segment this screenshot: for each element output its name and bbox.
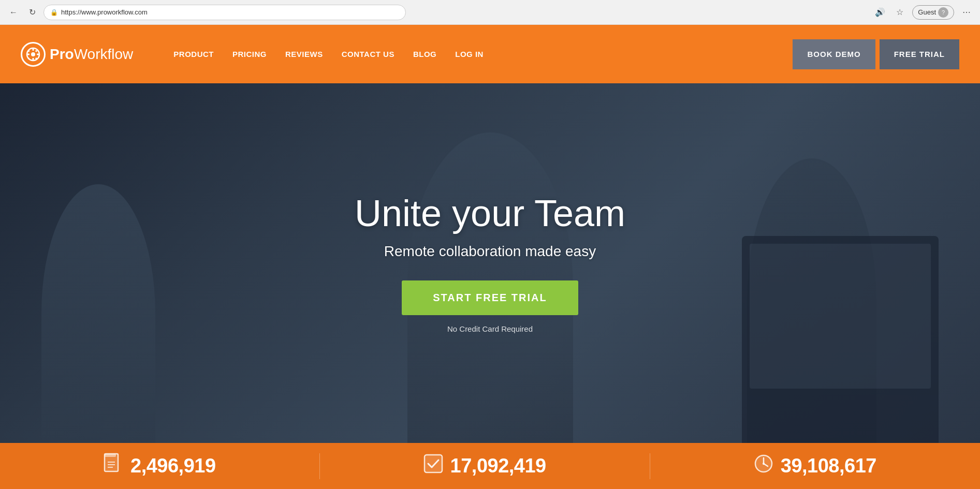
guest-button[interactable]: Guest ?	[912, 5, 954, 20]
logo-icon	[21, 42, 46, 67]
stat-value-2: 17,092,419	[450, 455, 546, 477]
nav-product[interactable]: PRODUCT	[164, 50, 223, 58]
nav-blog[interactable]: BLOG	[404, 50, 446, 58]
svg-rect-2	[33, 48, 34, 51]
person-silhouette-left	[41, 184, 155, 443]
logo-text: ProWorkflow	[50, 46, 133, 63]
no-credit-card-text: No Credit Card Required	[355, 324, 625, 333]
svg-rect-3	[33, 58, 34, 61]
stat-divider-2	[650, 453, 650, 479]
nav-buttons: BOOK DEMO FREE TRIAL	[793, 39, 959, 69]
nav-links: PRODUCT PRICING REVIEWS CONTACT US BLOG …	[164, 50, 782, 58]
free-trial-button[interactable]: FREE TRIAL	[880, 39, 959, 69]
hero-title: Unite your Team	[355, 193, 625, 234]
nav-contact[interactable]: CONTACT US	[332, 50, 404, 58]
stats-bar: 2,496,919 17,092,419 39,108,617	[0, 443, 980, 489]
document-icon	[104, 453, 123, 479]
back-button[interactable]: ←	[6, 5, 21, 20]
svg-point-19	[763, 463, 765, 465]
browser-right-icons: 🔊 ☆ Guest ? ⋯	[873, 5, 974, 20]
url-bar[interactable]: 🔒 https://www.proworkflow.com	[43, 5, 406, 20]
nav-login[interactable]: LOG IN	[446, 50, 493, 58]
url-text: https://www.proworkflow.com	[61, 8, 148, 16]
svg-rect-5	[37, 53, 39, 55]
stat-value-3: 39,108,617	[781, 455, 876, 477]
logo-link[interactable]: ProWorkflow	[21, 42, 133, 67]
browser-chrome: ← ↻ 🔒 https://www.proworkflow.com 🔊 ☆ Gu…	[0, 0, 980, 25]
hero-section: Unite your Team Remote collaboration mad…	[0, 83, 980, 443]
stat-item-3: 39,108,617	[754, 454, 876, 478]
bookmark-icon-btn[interactable]: ☆	[893, 5, 907, 20]
stat-divider-1	[319, 453, 320, 479]
svg-rect-4	[27, 53, 30, 55]
start-free-trial-button[interactable]: START FREE TRIAL	[402, 280, 578, 315]
stat-item-1: 2,496,919	[104, 453, 216, 479]
stat-item-2: 17,092,419	[423, 454, 546, 478]
svg-rect-15	[425, 455, 442, 472]
refresh-button[interactable]: ↻	[25, 5, 39, 20]
clock-icon	[754, 454, 773, 478]
speaker-icon-btn[interactable]: 🔊	[873, 5, 887, 20]
nav-pricing[interactable]: PRICING	[223, 50, 276, 58]
nav-reviews[interactable]: REVIEWS	[276, 50, 332, 58]
checkbox-icon	[423, 454, 443, 478]
monitor-decoration	[742, 236, 939, 443]
guest-avatar: ?	[938, 7, 948, 18]
more-menu-button[interactable]: ⋯	[959, 5, 974, 20]
svg-point-1	[31, 52, 35, 56]
hero-subtitle: Remote collaboration made easy	[355, 243, 625, 260]
book-demo-button[interactable]: BOOK DEMO	[793, 39, 875, 69]
navbar: ProWorkflow PRODUCT PRICING REVIEWS CONT…	[0, 25, 980, 83]
lock-icon: 🔒	[50, 9, 58, 16]
guest-label: Guest	[918, 8, 936, 16]
stat-value-1: 2,496,919	[130, 455, 216, 477]
monitor-screen	[750, 244, 931, 389]
svg-rect-11	[105, 454, 116, 457]
hero-content: Unite your Team Remote collaboration mad…	[334, 193, 646, 333]
